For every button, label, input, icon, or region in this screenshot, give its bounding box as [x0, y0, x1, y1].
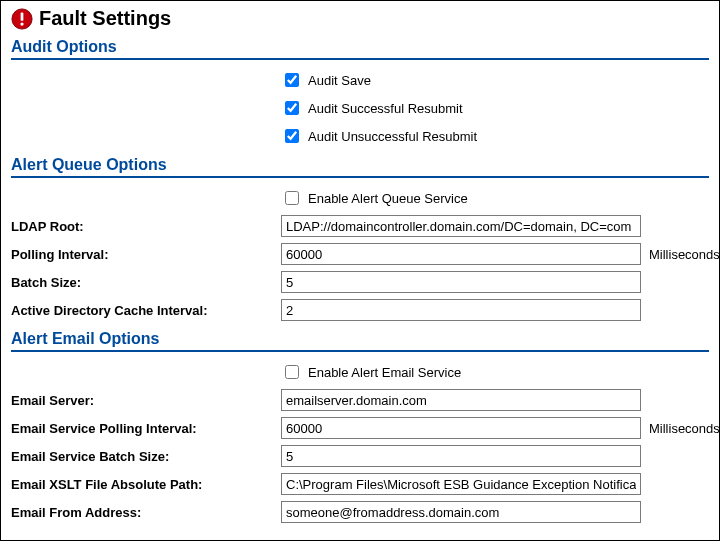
input-ldap-root[interactable] [281, 215, 641, 237]
checkbox-audit-success[interactable] [285, 101, 299, 115]
checkbox-label-audit-save: Audit Save [308, 73, 371, 88]
units-email-polling-interval: Milliseconds [649, 421, 720, 436]
section-rule [11, 350, 709, 352]
label-email-from-address: Email From Address: [11, 505, 281, 520]
input-col [281, 215, 709, 237]
input-col [281, 389, 709, 411]
input-col: Audit Save [281, 70, 709, 90]
checkbox-enable-queue[interactable] [285, 191, 299, 205]
input-col: Enable Alert Email Service [281, 362, 709, 382]
section-rule [11, 58, 709, 60]
svg-rect-1 [21, 12, 24, 20]
input-ad-cache-interval[interactable] [281, 299, 641, 321]
alert-icon [11, 8, 33, 30]
input-col [281, 271, 709, 293]
section-rule [11, 176, 709, 178]
page-title: Fault Settings [39, 7, 171, 30]
input-email-batch-size[interactable] [281, 445, 641, 467]
label-email-xslt-path: Email XSLT File Absolute Path: [11, 477, 281, 492]
input-email-from-address[interactable] [281, 501, 641, 523]
section-title-audit: Audit Options [11, 38, 709, 56]
input-col [281, 445, 709, 467]
input-email-xslt-path[interactable] [281, 473, 641, 495]
input-col [281, 473, 709, 495]
input-col [281, 501, 709, 523]
section-title-queue: Alert Queue Options [11, 156, 709, 174]
page-header: Fault Settings [11, 7, 709, 30]
checkbox-label-audit-unsuccess: Audit Unsuccessful Resubmit [308, 129, 477, 144]
label-ad-cache-interval: Active Directory Cache Interval: [11, 303, 281, 318]
svg-point-2 [20, 22, 23, 25]
input-batch-size[interactable] [281, 271, 641, 293]
input-col: Enable Alert Queue Service [281, 188, 709, 208]
fault-settings-panel: Fault Settings Audit Options Audit Save … [0, 0, 720, 541]
checkbox-label-enable-email: Enable Alert Email Service [308, 365, 461, 380]
row-email-server: Email Server: [11, 388, 709, 412]
row-audit-save: Audit Save [11, 68, 709, 92]
units-polling-interval: Milliseconds [649, 247, 720, 262]
checkbox-audit-unsuccess[interactable] [285, 129, 299, 143]
row-email-xslt-path: Email XSLT File Absolute Path: [11, 472, 709, 496]
label-email-polling-interval: Email Service Polling Interval: [11, 421, 281, 436]
input-email-polling-interval[interactable] [281, 417, 641, 439]
label-email-server: Email Server: [11, 393, 281, 408]
label-ldap-root: LDAP Root: [11, 219, 281, 234]
input-polling-interval[interactable] [281, 243, 641, 265]
label-batch-size: Batch Size: [11, 275, 281, 290]
input-col: Audit Unsuccessful Resubmit [281, 126, 709, 146]
row-enable-email: Enable Alert Email Service [11, 360, 709, 384]
label-polling-interval: Polling Interval: [11, 247, 281, 262]
row-email-from-address: Email From Address: [11, 500, 709, 524]
checkbox-audit-save[interactable] [285, 73, 299, 87]
row-email-batch-size: Email Service Batch Size: [11, 444, 709, 468]
checkbox-label-enable-queue: Enable Alert Queue Service [308, 191, 468, 206]
checkbox-enable-email[interactable] [285, 365, 299, 379]
checkbox-label-audit-success: Audit Successful Resubmit [308, 101, 463, 116]
input-col: Audit Successful Resubmit [281, 98, 709, 118]
section-title-email: Alert Email Options [11, 330, 709, 348]
input-col: Milliseconds [281, 417, 720, 439]
input-col: Milliseconds [281, 243, 720, 265]
row-email-polling-interval: Email Service Polling Interval: Millisec… [11, 416, 709, 440]
row-batch-size: Batch Size: [11, 270, 709, 294]
row-ldap-root: LDAP Root: [11, 214, 709, 238]
input-col [281, 299, 709, 321]
row-ad-cache-interval: Active Directory Cache Interval: [11, 298, 709, 322]
row-audit-unsuccess: Audit Unsuccessful Resubmit [11, 124, 709, 148]
label-email-batch-size: Email Service Batch Size: [11, 449, 281, 464]
row-audit-success: Audit Successful Resubmit [11, 96, 709, 120]
input-email-server[interactable] [281, 389, 641, 411]
row-enable-queue: Enable Alert Queue Service [11, 186, 709, 210]
row-polling-interval: Polling Interval: Milliseconds [11, 242, 709, 266]
